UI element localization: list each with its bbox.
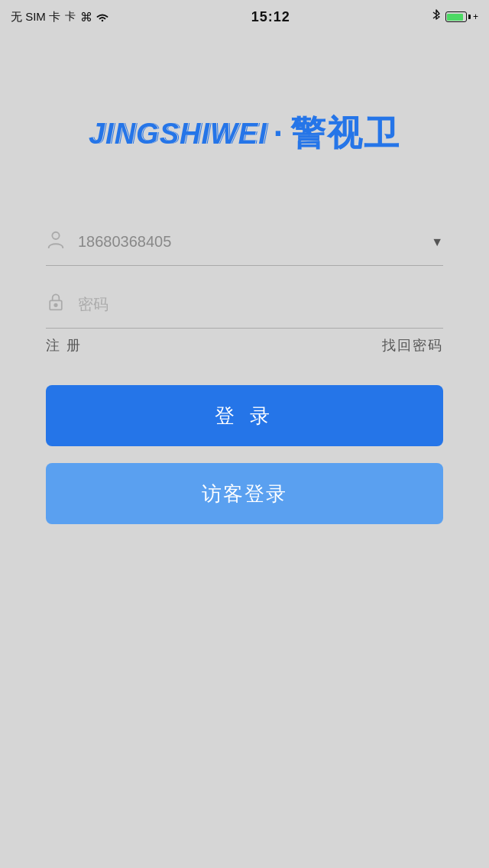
- logo: JINGSHIWEI · 警视卫: [89, 110, 400, 157]
- logo-latin: JINGSHIWEI: [89, 118, 267, 151]
- person-icon: [46, 229, 66, 254]
- register-link[interactable]: 注 册: [46, 336, 82, 355]
- links-row: 注 册 找回密码: [46, 336, 443, 355]
- password-field-row: [46, 281, 443, 329]
- bluetooth-icon: [432, 9, 441, 25]
- sim-icon: 卡: [65, 10, 76, 24]
- charging-icon: +: [473, 11, 478, 22]
- form-container: ▼ 注 册 找回密码 登 录 访客登录: [46, 219, 443, 524]
- logo-chinese: 警视卫: [290, 110, 400, 157]
- status-left: 无 SIM 卡 卡 ⌘: [11, 10, 109, 24]
- status-right: +: [432, 9, 478, 25]
- logo-separator: ·: [274, 115, 284, 153]
- username-field-row: ▼: [46, 219, 443, 266]
- logo-area: JINGSHIWEI · 警视卫: [89, 110, 400, 157]
- password-input[interactable]: [78, 296, 443, 313]
- battery-fill: [447, 14, 463, 21]
- login-button[interactable]: 登 录: [46, 385, 443, 446]
- main-content: JINGSHIWEI · 警视卫 ▼: [0, 34, 489, 524]
- svg-point-0: [52, 232, 59, 239]
- dropdown-arrow-icon[interactable]: ▼: [431, 235, 443, 249]
- status-time: 15:12: [251, 9, 290, 25]
- carrier-label: 无 SIM 卡: [11, 10, 60, 24]
- battery-indicator: +: [445, 11, 478, 22]
- status-bar: 无 SIM 卡 卡 ⌘ 15:12 +: [0, 0, 489, 34]
- username-input[interactable]: [78, 233, 425, 251]
- wifi-icon: ⌘: [80, 10, 109, 24]
- battery-tip: [468, 15, 471, 19]
- guest-login-button[interactable]: 访客登录: [46, 463, 443, 524]
- lock-icon: [46, 292, 66, 317]
- svg-point-2: [54, 304, 57, 306]
- forgot-password-link[interactable]: 找回密码: [382, 336, 443, 355]
